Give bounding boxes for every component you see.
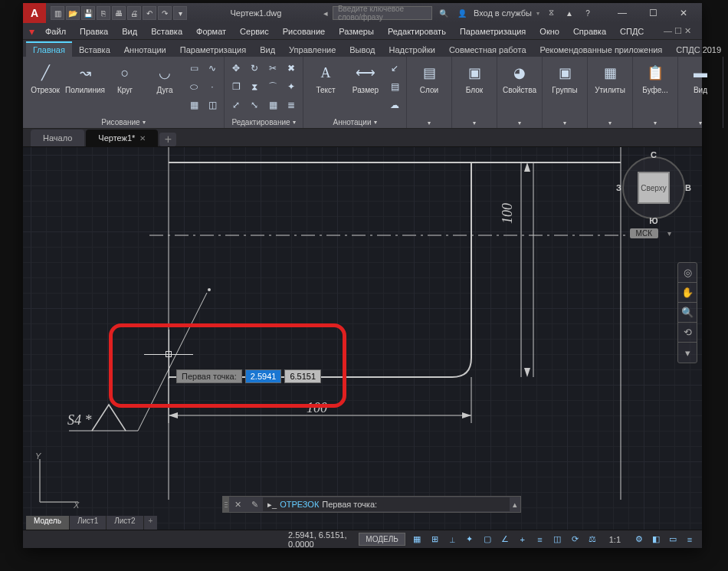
tool-spline-icon[interactable]: ∿ — [204, 60, 221, 77]
ribtab-param[interactable]: Параметризация — [173, 43, 253, 57]
status-custom-icon[interactable]: ≡ — [682, 533, 697, 546]
tool-array-icon[interactable]: ▦ — [264, 97, 281, 113]
minimize-button[interactable]: — — [607, 3, 638, 23]
exchange-icon[interactable]: ⧖ — [544, 6, 558, 20]
qat-open-icon[interactable]: 📂 — [66, 6, 80, 20]
menu-modify[interactable]: Редактировать — [382, 25, 452, 38]
viewcube-s[interactable]: Ю — [649, 216, 657, 225]
dynamic-input[interactable]: Первая точка: 2.5941 6.5151 — [176, 369, 321, 383]
tool-block[interactable]: ▣Блок — [455, 58, 494, 97]
app-icon[interactable]: ▲ — [562, 6, 576, 20]
tool-groups[interactable]: ▣Группы — [546, 58, 584, 97]
tool-cloud-icon[interactable]: ☁ — [386, 97, 403, 113]
tool-region-icon[interactable]: ◫ — [204, 97, 221, 113]
menu-edit[interactable]: Правка — [74, 25, 114, 38]
tool-trim-icon[interactable]: ✂ — [264, 60, 281, 77]
drawing-canvas[interactable]: 100 100 S4 * Первая точка: 2.5941 6.5151 — [23, 147, 702, 530]
layout-2[interactable]: Лист2 — [107, 516, 143, 530]
status-trans-icon[interactable]: ◫ — [552, 533, 563, 546]
panel-annot-label[interactable]: Аннотации — [333, 118, 372, 126]
nav-pan-icon[interactable]: ✋ — [678, 283, 697, 303]
close-tab-icon[interactable]: ✕ — [139, 134, 146, 143]
dyninput-y[interactable]: 6.5151 — [284, 369, 321, 383]
tool-scale-icon[interactable]: ⤡ — [246, 97, 263, 113]
doctab-active[interactable]: Чертеж1*✕ — [86, 130, 158, 146]
doctab-start[interactable]: Начало — [31, 130, 84, 146]
status-lw-icon[interactable]: ≡ — [534, 533, 546, 546]
viewcube-w[interactable]: З — [616, 183, 621, 192]
layout-model[interactable]: Модель — [26, 516, 70, 530]
tool-dim[interactable]: ⟷Размер — [346, 58, 385, 97]
doctab-add[interactable]: + — [159, 133, 176, 146]
tool-erase-icon[interactable]: ✖ — [283, 60, 300, 77]
layout-add[interactable]: + — [144, 516, 158, 530]
search-input[interactable]: Введите ключевое слово/фразу — [333, 6, 432, 20]
signin-icon[interactable]: 👤 — [455, 6, 469, 20]
viewcube[interactable]: С Ю В З Сверху МСК ▾ — [612, 153, 696, 261]
status-polar-icon[interactable]: ✦ — [464, 533, 476, 546]
ribtab-collab[interactable]: Совместная работа — [442, 43, 533, 57]
qat-undo-icon[interactable]: ↶ — [143, 6, 156, 20]
ribtab-spds[interactable]: СПДС 2019 — [669, 43, 728, 57]
qat-plot-icon[interactable]: 🖶 — [112, 6, 126, 20]
menu-format[interactable]: Формат — [190, 25, 232, 38]
tool-utils[interactable]: ▦Утилиты — [591, 58, 629, 97]
nav-wheel-icon[interactable]: ◎ — [678, 263, 697, 283]
panel-modify-label[interactable]: Редактирование — [231, 118, 290, 126]
cmdline-history-icon[interactable]: ▴ — [510, 500, 520, 510]
tool-layers[interactable]: ▤Слои — [410, 58, 448, 97]
panel-draw-label[interactable]: Рисование — [101, 118, 139, 126]
menu-help[interactable]: Справка — [567, 25, 612, 38]
tool-ellipse-icon[interactable]: ⬭ — [185, 78, 202, 95]
cmdline-handle[interactable] — [223, 497, 229, 512]
ribtab-output[interactable]: Вывод — [343, 43, 382, 57]
tool-line[interactable]: ╱Отрезок — [26, 58, 64, 97]
ribtab-manage[interactable]: Управление — [282, 43, 343, 57]
tool-mirror-icon[interactable]: ⧗ — [246, 78, 263, 95]
tool-fillet-icon[interactable]: ⌒ — [264, 78, 281, 95]
cmdline-config-icon[interactable]: ✎ — [246, 500, 263, 510]
tool-offset-icon[interactable]: ≣ — [283, 97, 300, 113]
status-clean-icon[interactable]: ▭ — [665, 533, 680, 546]
menu-param[interactable]: Параметризация — [454, 25, 532, 38]
status-model-button[interactable]: МОДЕЛЬ — [359, 533, 405, 546]
viewcube-face[interactable]: Сверху — [638, 172, 670, 204]
nav-zoom-icon[interactable]: 🔍 — [678, 303, 697, 323]
layout-1[interactable]: Лист1 — [70, 516, 107, 530]
viewcube-n[interactable]: С — [651, 150, 657, 159]
tool-explode-icon[interactable]: ✦ — [283, 78, 300, 95]
tool-hatch-icon[interactable]: ▦ — [185, 97, 202, 113]
menu-dims[interactable]: Размеры — [333, 25, 380, 38]
tool-rect-icon[interactable]: ▭ — [185, 60, 202, 77]
app-logo[interactable]: A — [23, 3, 46, 23]
tool-circle[interactable]: ○Круг — [106, 58, 144, 97]
search-icon[interactable]: 🔍 — [437, 6, 451, 20]
doc-minimize[interactable]: — ☐ ✕ — [656, 26, 699, 36]
ribtab-annot[interactable]: Аннотации — [117, 43, 173, 57]
viewcube-cs[interactable]: МСК — [630, 228, 658, 238]
menu-insert[interactable]: Вставка — [145, 25, 189, 38]
tool-table-icon[interactable]: ▤ — [386, 78, 403, 95]
menu-view[interactable]: Вид — [116, 25, 143, 38]
status-grid-icon[interactable]: ▦ — [412, 533, 423, 546]
menu-file[interactable]: Файл — [39, 25, 72, 38]
ribtab-home[interactable]: Главная — [26, 41, 72, 57]
viewcube-e[interactable]: В — [685, 183, 691, 192]
tool-props[interactable]: ◕Свойства — [500, 58, 539, 97]
menu-service[interactable]: Сервис — [234, 25, 275, 38]
status-annot-icon[interactable]: ⚖ — [587, 533, 598, 546]
command-line[interactable]: ✕ ✎ ▸_ ОТРЕЗОК Первая точка: ▴ — [222, 496, 521, 513]
qat-save-icon[interactable]: 💾 — [81, 6, 95, 20]
status-cycle-icon[interactable]: ⟳ — [569, 533, 581, 546]
menu-spds[interactable]: СПДС — [614, 25, 650, 38]
signin-link[interactable]: Вход в службы — [474, 8, 532, 18]
help-icon[interactable]: ? — [581, 6, 595, 20]
status-scale[interactable]: 1:1 — [605, 535, 625, 544]
status-track-icon[interactable]: ∠ — [499, 533, 510, 546]
tool-move-icon[interactable]: ✥ — [228, 60, 244, 77]
tool-clip[interactable]: 📋Буфе... — [636, 58, 674, 97]
cmdline-close-icon[interactable]: ✕ — [229, 500, 246, 510]
tool-stretch-icon[interactable]: ⤢ — [228, 97, 244, 113]
dyninput-x[interactable]: 2.5941 — [245, 369, 282, 383]
maximize-button[interactable]: ☐ — [638, 3, 668, 23]
